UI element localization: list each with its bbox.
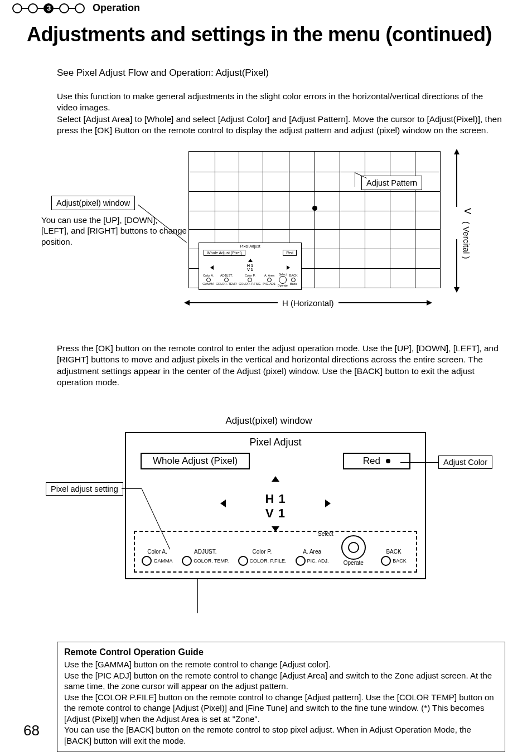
guide-title: Remote Control Operation Guide [64,647,498,658]
section-title: Operation [93,2,140,14]
page-number: 68 [23,722,40,739]
color-pill: Red [343,453,410,469]
page-title: Adjustments and settings in the menu (co… [0,16,532,49]
side-note: You can use the [UP], [DOWN], [LEFT], an… [41,215,187,248]
header-bar: Operation [0,0,532,16]
mode-pill: Whole Adjust (Pixel) [141,453,250,469]
dpad-large: Operate [338,536,369,566]
dpad-icon [342,536,365,559]
right-arrow-icon [325,500,331,507]
step-3 [43,3,54,13]
guide-body: Use the [GAMMA] button on the remote con… [64,659,498,746]
v-value: V 1 [265,506,286,521]
label-adjust-color: Adjust Color [438,455,492,469]
dpad-icon [279,276,287,284]
left-arrow-icon [220,500,226,507]
up-arrow-icon [272,476,279,482]
d2-title: Adjust(pixel) window [32,415,505,427]
step-5 [75,3,85,13]
apw-label: Adjust(pixel) window [51,196,135,210]
v-axis-label: ( Vercital ) [462,221,471,259]
mini-adjust-window: Pixel Adjust Whole Adjust (Pixel) Red H … [199,243,302,290]
btn-colorpfile: Color P. COLOR. P.FILE. [238,549,287,566]
diagram-adjust-window: Adjust(pixel) window Pixel Adjust Whole … [32,415,505,622]
h-value: H 1 [265,492,286,506]
label-pixel-adjust-setting: Pixel adjust setting [46,482,123,496]
operation-paragraph: Press the [OK] button on the remote cont… [57,343,505,389]
v-axis-letter: V [462,208,473,214]
btn-colortemp: ADJUST. COLOR. TEMP. [182,549,229,566]
diagram-adjust-pattern: Adjust Pattern Adjust(pixel) window You … [32,151,505,335]
big-adjust-window: Pixel Adjust Whole Adjust (Pixel) Red H … [125,432,426,579]
step-4 [59,3,69,13]
intro-line: See Pixel Adjust Flow and Operation: Adj… [57,67,505,79]
step-chain [12,3,85,13]
adjust-pattern-label: Adjust Pattern [361,176,422,190]
intro-paragraph: Use this function to make general adjust… [57,91,505,137]
adjust-dot [312,206,317,211]
step-2 [28,3,38,13]
btn-picadj: A. Area PIC. ADJ. [296,549,329,566]
btn-gamma: Color A. GAMMA [142,549,173,566]
step-1 [12,3,22,13]
remote-control-guide: Remote Control Operation Guide Use the [… [57,642,505,753]
h-axis-label: H (Horizontal) [282,298,334,308]
remote-buttons-panel: Select Color A. GAMMA ADJUST. COLOR. TEM… [134,531,417,573]
btn-back: BACK BACK [378,549,409,566]
